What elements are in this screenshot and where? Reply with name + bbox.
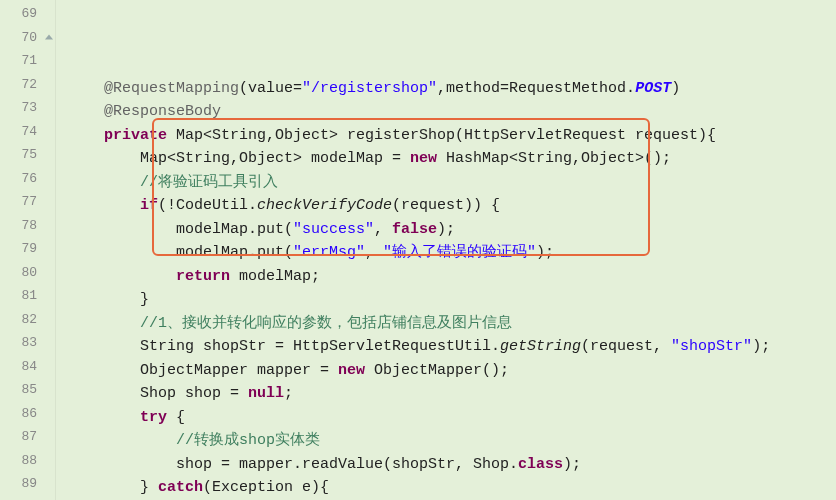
code-line: } (56, 288, 836, 312)
line-number: 69 (0, 2, 55, 26)
code-token: modelMap; (230, 268, 320, 285)
line-number: 71 (0, 49, 55, 73)
code-line: //1、接收并转化响应的参数，包括店铺信息及图片信息 (56, 312, 836, 336)
code-token (68, 409, 140, 426)
code-line: //将验证码工具引入 (56, 171, 836, 195)
code-token: ObjectMapper mapper = (68, 362, 338, 379)
code-token: (value= (239, 80, 302, 97)
line-number: 72 (0, 73, 55, 97)
code-token: @ResponseBody (104, 103, 221, 120)
code-line: Map<String,Object> modelMap = new HashMa… (56, 147, 836, 171)
code-line: try { (56, 406, 836, 430)
code-token: "errMsg" (293, 244, 365, 261)
line-number: 73 (0, 96, 55, 120)
code-token (68, 432, 176, 449)
line-number: 79 (0, 237, 55, 261)
code-token: ,method=RequestMethod. (437, 80, 635, 97)
code-token: "success" (293, 221, 374, 238)
code-token: modelMap.put( (68, 221, 293, 238)
code-line: modelMap.put("errMsg", "输入了错误的验证码"); (56, 241, 836, 265)
code-token: , (374, 221, 392, 238)
code-token: Shop shop = (68, 385, 248, 402)
code-token: ) (671, 80, 680, 97)
code-token: //转换成shop实体类 (176, 432, 320, 449)
line-number: 88 (0, 449, 55, 473)
code-token: (!CodeUtil. (158, 197, 257, 214)
code-token: null (248, 385, 284, 402)
line-number: 83 (0, 331, 55, 355)
code-token: } (68, 291, 149, 308)
code-token (68, 174, 140, 191)
code-token: class (518, 456, 563, 473)
code-token (68, 197, 140, 214)
code-token (68, 80, 104, 97)
code-token: private (104, 127, 167, 144)
code-token: //1、接收并转化响应的参数，包括店铺信息及图片信息 (140, 315, 512, 332)
code-token: new (410, 150, 437, 167)
line-number: 85 (0, 378, 55, 402)
code-line: String shopStr = HttpServletRequestUtil.… (56, 335, 836, 359)
line-number-gutter: 6970717273747576777879808182838485868788… (0, 0, 56, 500)
code-token: (Exception e){ (203, 479, 329, 496)
line-number: 70 (0, 26, 55, 50)
line-number: 86 (0, 402, 55, 426)
code-line: Shop shop = null; (56, 382, 836, 406)
code-token: return (176, 268, 230, 285)
line-number: 81 (0, 284, 55, 308)
code-token: "输入了错误的验证码" (383, 244, 536, 261)
code-line: modelMap.put("success", false); (56, 218, 836, 242)
code-token: shop = mapper.readValue(shopStr, Shop. (68, 456, 518, 473)
code-line: //转换成shop实体类 (56, 429, 836, 453)
code-line: @ResponseBody (56, 100, 836, 124)
code-token: String shopStr = HttpServletRequestUtil. (68, 338, 500, 355)
code-token (68, 315, 140, 332)
code-token: if (140, 197, 158, 214)
code-token: POST (635, 80, 671, 97)
code-token: try (140, 409, 167, 426)
code-editor: 6970717273747576777879808182838485868788… (0, 0, 836, 500)
code-token: Map<String,Object> modelMap = (68, 150, 410, 167)
code-token: ); (563, 456, 581, 473)
line-number: 77 (0, 190, 55, 214)
line-number: 76 (0, 167, 55, 191)
code-line: @RequestMapping(value="/registershop",me… (56, 77, 836, 101)
code-token: HashMap<String,Object>(); (437, 150, 671, 167)
code-line: if(!CodeUtil.checkVerifyCode(request)) { (56, 194, 836, 218)
code-token: Map<String,Object> registerShop(HttpServ… (167, 127, 716, 144)
code-token: , (365, 244, 383, 261)
code-token: { (167, 409, 185, 426)
code-token (68, 127, 104, 144)
code-token: ; (284, 385, 293, 402)
code-line: } catch(Exception e){ (56, 476, 836, 500)
code-token: //将验证码工具引入 (140, 174, 278, 191)
code-token: (request)) { (392, 197, 500, 214)
code-line: return modelMap; (56, 265, 836, 289)
code-line: private Map<String,Object> registerShop(… (56, 124, 836, 148)
code-token: @RequestMapping (104, 80, 239, 97)
code-token: checkVerifyCode (257, 197, 392, 214)
code-token (68, 103, 104, 120)
line-number: 74 (0, 120, 55, 144)
code-token: catch (158, 479, 203, 496)
code-token: (request, (581, 338, 671, 355)
line-number: 80 (0, 261, 55, 285)
code-token (68, 268, 176, 285)
code-token: ); (437, 221, 455, 238)
line-number: 89 (0, 472, 55, 496)
code-token: modelMap.put( (68, 244, 293, 261)
line-number: 75 (0, 143, 55, 167)
line-number: 87 (0, 425, 55, 449)
code-line: ObjectMapper mapper = new ObjectMapper()… (56, 359, 836, 383)
code-area: @RequestMapping(value="/registershop",me… (56, 0, 836, 500)
code-token: } (68, 479, 158, 496)
code-token: ObjectMapper(); (365, 362, 509, 379)
code-token: ); (536, 244, 554, 261)
code-token: ); (752, 338, 770, 355)
code-token: "/registershop" (302, 80, 437, 97)
code-token: "shopStr" (671, 338, 752, 355)
code-token: false (392, 221, 437, 238)
line-number: 78 (0, 214, 55, 238)
code-token: getString (500, 338, 581, 355)
line-number: 84 (0, 355, 55, 379)
code-token: new (338, 362, 365, 379)
